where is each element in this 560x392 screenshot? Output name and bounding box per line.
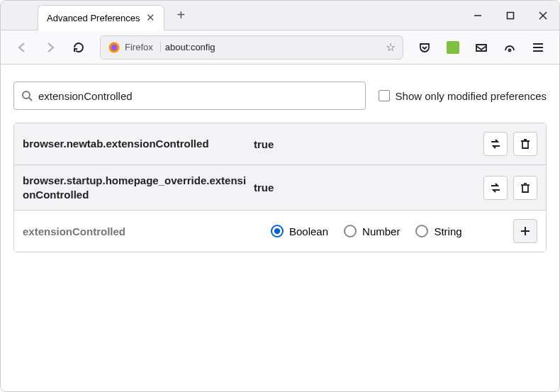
search-input[interactable] xyxy=(38,90,358,102)
extension-icon[interactable] xyxy=(442,36,464,59)
toggle-button[interactable] xyxy=(483,132,508,156)
page-content: Show only modified preferences browser.n… xyxy=(1,65,559,269)
search-row: Show only modified preferences xyxy=(13,82,547,110)
menu-icon[interactable] xyxy=(527,36,549,59)
delete-button[interactable] xyxy=(513,176,537,200)
new-pref-row: extensionControlled Boolean Number Strin… xyxy=(14,211,546,252)
radio-string[interactable]: String xyxy=(415,225,461,237)
checkbox-label: Show only modified preferences xyxy=(396,90,547,102)
radio-boolean[interactable]: Boolean xyxy=(271,225,328,237)
new-tab-button[interactable]: + xyxy=(172,4,191,26)
pref-row: browser.newtab.extensionControlled true xyxy=(14,123,546,165)
radio-icon xyxy=(271,225,284,237)
search-icon xyxy=(21,90,33,101)
checkbox-icon xyxy=(379,90,390,101)
nav-toolbar: Firefox about:config ☆ xyxy=(1,30,559,65)
title-bar: Advanced Preferences ✕ + xyxy=(1,1,559,30)
tab-title: Advanced Preferences xyxy=(47,13,140,23)
radio-number[interactable]: Number xyxy=(344,225,400,237)
browser-tab[interactable]: Advanced Preferences ✕ xyxy=(38,5,164,30)
bookmark-star-icon[interactable]: ☆ xyxy=(386,40,396,54)
pref-value: true xyxy=(254,138,479,150)
search-box[interactable] xyxy=(13,82,366,110)
pref-name: browser.startup.homepage_override.extens… xyxy=(23,174,250,201)
delete-button[interactable] xyxy=(513,132,537,156)
pref-row: browser.startup.homepage_override.extens… xyxy=(14,165,546,211)
svg-rect-1 xyxy=(508,12,514,18)
close-window-button[interactable] xyxy=(527,1,559,30)
firefox-icon xyxy=(108,41,121,54)
svg-line-11 xyxy=(29,98,32,101)
radio-icon xyxy=(344,225,357,237)
reload-button[interactable] xyxy=(67,36,90,59)
svg-point-5 xyxy=(111,44,118,50)
radio-icon xyxy=(415,225,428,237)
minimize-button[interactable] xyxy=(461,1,494,30)
toggle-button[interactable] xyxy=(483,176,508,200)
svg-point-10 xyxy=(23,91,30,99)
svg-point-6 xyxy=(509,49,511,51)
pocket-icon[interactable] xyxy=(413,36,436,59)
gauge-icon[interactable] xyxy=(498,36,521,59)
new-pref-name: extensionControlled xyxy=(23,225,228,237)
forward-button[interactable] xyxy=(39,36,62,59)
preferences-table: browser.newtab.extensionControlled true … xyxy=(13,123,547,252)
add-button[interactable] xyxy=(513,219,537,243)
maximize-button[interactable] xyxy=(494,1,527,30)
pref-value: true xyxy=(254,181,479,194)
back-button[interactable] xyxy=(11,36,33,59)
close-tab-icon[interactable]: ✕ xyxy=(146,11,155,24)
window-controls xyxy=(461,1,559,30)
address-brand: Firefox xyxy=(125,42,161,52)
inbox-icon[interactable] xyxy=(470,36,493,59)
address-url: about:config xyxy=(165,42,381,52)
address-bar[interactable]: Firefox about:config ☆ xyxy=(100,35,403,60)
show-modified-checkbox[interactable]: Show only modified preferences xyxy=(379,90,547,102)
type-radio-group: Boolean Number String xyxy=(233,225,509,237)
pref-name: browser.newtab.extensionControlled xyxy=(23,137,250,151)
